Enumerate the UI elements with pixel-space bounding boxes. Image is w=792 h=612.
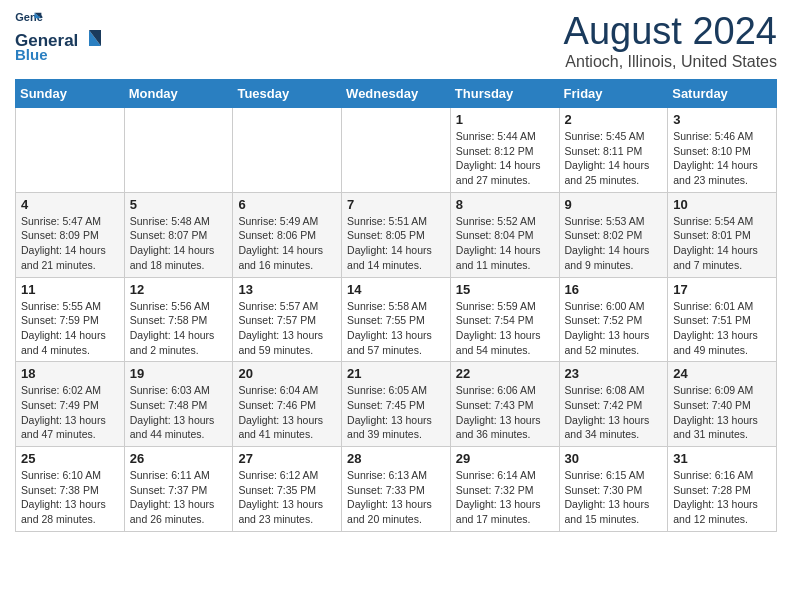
day-info: Sunrise: 5:51 AM Sunset: 8:05 PM Dayligh… [347,214,445,273]
day-info: Sunrise: 6:08 AM Sunset: 7:42 PM Dayligh… [565,383,663,442]
calendar-cell: 25Sunrise: 6:10 AM Sunset: 7:38 PM Dayli… [16,447,125,532]
day-info: Sunrise: 6:13 AM Sunset: 7:33 PM Dayligh… [347,468,445,527]
month-title: August 2024 [564,10,777,53]
day-info: Sunrise: 6:02 AM Sunset: 7:49 PM Dayligh… [21,383,119,442]
day-number: 28 [347,451,445,466]
calendar-cell: 14Sunrise: 5:58 AM Sunset: 7:55 PM Dayli… [342,277,451,362]
day-number: 10 [673,197,771,212]
day-info: Sunrise: 6:11 AM Sunset: 7:37 PM Dayligh… [130,468,228,527]
col-tuesday: Tuesday [233,80,342,108]
col-wednesday: Wednesday [342,80,451,108]
day-info: Sunrise: 5:46 AM Sunset: 8:10 PM Dayligh… [673,129,771,188]
col-saturday: Saturday [668,80,777,108]
day-info: Sunrise: 5:45 AM Sunset: 8:11 PM Dayligh… [565,129,663,188]
day-number: 9 [565,197,663,212]
day-number: 20 [238,366,336,381]
day-number: 6 [238,197,336,212]
day-number: 19 [130,366,228,381]
calendar-cell: 1Sunrise: 5:44 AM Sunset: 8:12 PM Daylig… [450,108,559,193]
day-number: 21 [347,366,445,381]
calendar-cell: 6Sunrise: 5:49 AM Sunset: 8:06 PM Daylig… [233,192,342,277]
calendar-cell: 7Sunrise: 5:51 AM Sunset: 8:05 PM Daylig… [342,192,451,277]
day-number: 29 [456,451,554,466]
week-row-3: 11Sunrise: 5:55 AM Sunset: 7:59 PM Dayli… [16,277,777,362]
calendar-cell: 24Sunrise: 6:09 AM Sunset: 7:40 PM Dayli… [668,362,777,447]
calendar-cell: 28Sunrise: 6:13 AM Sunset: 7:33 PM Dayli… [342,447,451,532]
day-info: Sunrise: 5:58 AM Sunset: 7:55 PM Dayligh… [347,299,445,358]
day-info: Sunrise: 5:55 AM Sunset: 7:59 PM Dayligh… [21,299,119,358]
day-number: 8 [456,197,554,212]
calendar-cell: 18Sunrise: 6:02 AM Sunset: 7:49 PM Dayli… [16,362,125,447]
calendar-cell: 17Sunrise: 6:01 AM Sunset: 7:51 PM Dayli… [668,277,777,362]
title-area: August 2024 Antioch, Illinois, United St… [564,10,777,71]
page-container: General General Blue August 2024 Antioch… [0,0,792,542]
day-number: 17 [673,282,771,297]
logo: General General Blue [15,10,105,64]
day-number: 27 [238,451,336,466]
calendar-cell [342,108,451,193]
day-info: Sunrise: 6:05 AM Sunset: 7:45 PM Dayligh… [347,383,445,442]
day-info: Sunrise: 5:57 AM Sunset: 7:57 PM Dayligh… [238,299,336,358]
header-row: Sunday Monday Tuesday Wednesday Thursday… [16,80,777,108]
calendar-body: 1Sunrise: 5:44 AM Sunset: 8:12 PM Daylig… [16,108,777,532]
day-info: Sunrise: 5:56 AM Sunset: 7:58 PM Dayligh… [130,299,228,358]
calendar-cell: 15Sunrise: 5:59 AM Sunset: 7:54 PM Dayli… [450,277,559,362]
calendar-cell: 10Sunrise: 5:54 AM Sunset: 8:01 PM Dayli… [668,192,777,277]
calendar-cell: 3Sunrise: 5:46 AM Sunset: 8:10 PM Daylig… [668,108,777,193]
day-number: 18 [21,366,119,381]
calendar-cell: 22Sunrise: 6:06 AM Sunset: 7:43 PM Dayli… [450,362,559,447]
calendar-cell: 11Sunrise: 5:55 AM Sunset: 7:59 PM Dayli… [16,277,125,362]
day-info: Sunrise: 6:01 AM Sunset: 7:51 PM Dayligh… [673,299,771,358]
calendar-cell [124,108,233,193]
day-info: Sunrise: 6:06 AM Sunset: 7:43 PM Dayligh… [456,383,554,442]
header: General General Blue August 2024 Antioch… [15,10,777,71]
day-number: 15 [456,282,554,297]
day-info: Sunrise: 6:10 AM Sunset: 7:38 PM Dayligh… [21,468,119,527]
col-monday: Monday [124,80,233,108]
day-info: Sunrise: 5:59 AM Sunset: 7:54 PM Dayligh… [456,299,554,358]
day-number: 12 [130,282,228,297]
calendar-cell: 29Sunrise: 6:14 AM Sunset: 7:32 PM Dayli… [450,447,559,532]
calendar-cell: 20Sunrise: 6:04 AM Sunset: 7:46 PM Dayli… [233,362,342,447]
day-number: 25 [21,451,119,466]
day-info: Sunrise: 6:14 AM Sunset: 7:32 PM Dayligh… [456,468,554,527]
calendar-cell [16,108,125,193]
calendar-cell: 16Sunrise: 6:00 AM Sunset: 7:52 PM Dayli… [559,277,668,362]
day-info: Sunrise: 5:47 AM Sunset: 8:09 PM Dayligh… [21,214,119,273]
col-thursday: Thursday [450,80,559,108]
day-info: Sunrise: 6:00 AM Sunset: 7:52 PM Dayligh… [565,299,663,358]
day-number: 3 [673,112,771,127]
day-number: 31 [673,451,771,466]
day-info: Sunrise: 5:44 AM Sunset: 8:12 PM Dayligh… [456,129,554,188]
week-row-5: 25Sunrise: 6:10 AM Sunset: 7:38 PM Dayli… [16,447,777,532]
calendar-cell: 27Sunrise: 6:12 AM Sunset: 7:35 PM Dayli… [233,447,342,532]
day-info: Sunrise: 5:48 AM Sunset: 8:07 PM Dayligh… [130,214,228,273]
day-number: 14 [347,282,445,297]
calendar-cell: 8Sunrise: 5:52 AM Sunset: 8:04 PM Daylig… [450,192,559,277]
week-row-4: 18Sunrise: 6:02 AM Sunset: 7:49 PM Dayli… [16,362,777,447]
day-number: 5 [130,197,228,212]
day-info: Sunrise: 6:09 AM Sunset: 7:40 PM Dayligh… [673,383,771,442]
day-number: 16 [565,282,663,297]
day-number: 7 [347,197,445,212]
calendar-cell: 19Sunrise: 6:03 AM Sunset: 7:48 PM Dayli… [124,362,233,447]
day-number: 11 [21,282,119,297]
day-info: Sunrise: 6:04 AM Sunset: 7:46 PM Dayligh… [238,383,336,442]
calendar-cell: 13Sunrise: 5:57 AM Sunset: 7:57 PM Dayli… [233,277,342,362]
day-info: Sunrise: 6:16 AM Sunset: 7:28 PM Dayligh… [673,468,771,527]
day-info: Sunrise: 5:53 AM Sunset: 8:02 PM Dayligh… [565,214,663,273]
day-number: 1 [456,112,554,127]
calendar-cell: 30Sunrise: 6:15 AM Sunset: 7:30 PM Dayli… [559,447,668,532]
day-number: 2 [565,112,663,127]
calendar-cell: 31Sunrise: 6:16 AM Sunset: 7:28 PM Dayli… [668,447,777,532]
day-number: 26 [130,451,228,466]
calendar-cell: 4Sunrise: 5:47 AM Sunset: 8:09 PM Daylig… [16,192,125,277]
day-info: Sunrise: 5:54 AM Sunset: 8:01 PM Dayligh… [673,214,771,273]
calendar-cell: 26Sunrise: 6:11 AM Sunset: 7:37 PM Dayli… [124,447,233,532]
day-number: 13 [238,282,336,297]
calendar-cell [233,108,342,193]
day-info: Sunrise: 6:12 AM Sunset: 7:35 PM Dayligh… [238,468,336,527]
day-number: 30 [565,451,663,466]
calendar-cell: 5Sunrise: 5:48 AM Sunset: 8:07 PM Daylig… [124,192,233,277]
day-info: Sunrise: 5:52 AM Sunset: 8:04 PM Dayligh… [456,214,554,273]
